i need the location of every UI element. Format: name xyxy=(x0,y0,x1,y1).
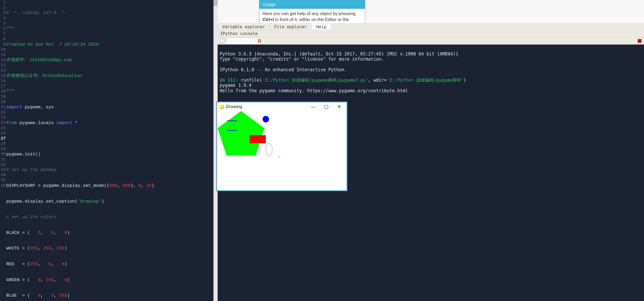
console-text: pygame 1.9.4 xyxy=(220,83,252,88)
pixel xyxy=(280,157,280,157)
polygon-shape xyxy=(218,111,264,156)
pixel xyxy=(279,156,279,157)
code-text: * xyxy=(72,120,77,125)
code-area[interactable]: # -*- coding: utf-8 -*- """ Created on S… xyxy=(6,0,218,301)
pixel xyxy=(280,157,280,157)
code-text: from xyxy=(6,120,17,125)
code-text: pygame.locals xyxy=(17,120,56,125)
folder-icon[interactable] xyxy=(220,39,224,43)
drawing-svg xyxy=(217,111,347,190)
usage-body: Here you can get help of any object by p… xyxy=(259,9,365,23)
code-text: """ xyxy=(6,89,14,94)
close-button[interactable]: ✕ xyxy=(334,104,345,110)
pygame-titlebar[interactable]: Drawing — ▢ ✕ xyxy=(217,102,347,111)
minimize-button[interactable]: — xyxy=(308,104,319,110)
code-text: import xyxy=(6,105,22,110)
code-text: # -*- coding: utf-8 -*- xyxy=(6,10,67,15)
console-text: , wdir= xyxy=(368,77,387,83)
pygame-canvas xyxy=(217,111,347,190)
pixel xyxy=(279,156,279,156)
console-tab-bar: Console 1/A × xyxy=(218,37,644,45)
tab-file-explorer[interactable]: File explorer xyxy=(270,24,312,30)
ipython-title: IPython console xyxy=(218,30,644,37)
tab-help[interactable]: Help xyxy=(312,24,331,30)
code-text: import xyxy=(56,120,72,125)
console-text: IPython 6.1.0 -- An enhanced Interactive… xyxy=(220,67,347,72)
console-text: Python 3.6.3 |Anaconda, Inc.| (default, … xyxy=(220,51,458,56)
code-text: """ xyxy=(6,26,14,31)
console-text: Hello from the pygame community. https:/… xyxy=(220,88,408,93)
pygame-window[interactable]: Drawing — ▢ ✕ xyxy=(217,102,347,191)
console-text: runfile( xyxy=(241,77,262,83)
console-text: ) xyxy=(463,77,466,83)
code-text: 作者微信公众号: PythonEducation xyxy=(6,73,82,78)
line-gutter: 1 2 3 4 5 6 7 8 9 10 11 12 13 14 15 16 1… xyxy=(0,0,6,301)
console-text: 'E:/Python 游戏编程/pygame脚本/pygame2.py' xyxy=(262,77,368,83)
code-text: Created on Sun Oct 7 10:16:24 2018 xyxy=(6,42,99,47)
scrollbar-thumb[interactable] xyxy=(213,0,218,6)
close-icon[interactable]: × xyxy=(258,39,261,43)
stop-button[interactable] xyxy=(638,39,641,43)
circle-shape xyxy=(263,116,269,123)
code-editor[interactable]: 1 2 3 4 5 6 7 8 9 10 11 12 13 14 15 16 1… xyxy=(0,0,218,301)
console-prompt: In [1]: xyxy=(220,77,241,83)
usage-text-1: Here you can get help of any object by p… xyxy=(262,11,355,16)
console-text: 'E:/Python 游戏编程/pygame脚本' xyxy=(387,77,463,83)
code-text: pygame, sys xyxy=(22,105,54,110)
pixel xyxy=(278,156,279,156)
panel-tabs: Variable explorer File explorer Help xyxy=(218,23,644,30)
usage-box: Usage Here you can get help of any objec… xyxy=(259,0,365,23)
tab-variable-explorer[interactable]: Variable explorer xyxy=(218,24,270,30)
console-text: Type "copyright", "credits" or "license"… xyxy=(220,56,384,62)
pygame-icon xyxy=(219,104,224,109)
usage-heading: Usage xyxy=(259,0,365,9)
usage-shortcut: Ctrl+I xyxy=(262,17,274,22)
maximize-button[interactable]: ▢ xyxy=(321,104,332,110)
pygame-title: Drawing xyxy=(226,104,242,109)
code-text: pygame.init() xyxy=(6,152,41,157)
help-panel: Usage Here you can get help of any objec… xyxy=(218,0,644,23)
ellipse-shape xyxy=(266,143,272,156)
console-tab[interactable]: Console 1/A × xyxy=(226,38,264,44)
console-tab-label: Console 1/A xyxy=(229,39,256,44)
code-text: # set up the window xyxy=(6,167,56,172)
usage-text-2: in front of it, either on the Editor or … xyxy=(262,17,349,23)
rect-shape xyxy=(250,135,266,143)
code-text: 作者邮件: 231469242@qq.com xyxy=(6,58,71,62)
